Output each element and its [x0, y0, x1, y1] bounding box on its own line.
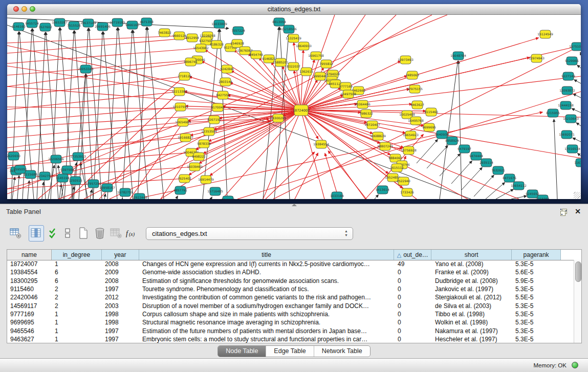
- graph-node[interactable]: 16039469: [187, 163, 203, 171]
- graph-node[interactable]: 16782759: [117, 188, 133, 196]
- graph-node[interactable]: 19654923: [403, 131, 419, 139]
- graph-node[interactable]: 1649576: [221, 196, 235, 199]
- graph-edge[interactable]: [48, 165, 54, 199]
- graph-edge[interactable]: [375, 195, 378, 199]
- scrollbar-thumb[interactable]: [575, 261, 581, 282]
- graph-node[interactable]: 17016534: [564, 145, 580, 153]
- table-rows-icon[interactable]: [60, 225, 76, 242]
- graph-node[interactable]: 9455724: [25, 19, 39, 28]
- graph-edge[interactable]: [231, 71, 301, 110]
- graph-edge[interactable]: [282, 66, 301, 110]
- graph-node[interactable]: 7515526: [67, 21, 81, 30]
- graph-node[interactable]: 9170041: [211, 103, 225, 112]
- graph-edge[interactable]: [7, 110, 301, 148]
- column-edit-icon[interactable]: [29, 225, 44, 242]
- graph-edge[interactable]: [440, 61, 458, 199]
- graph-node[interactable]: 10654112: [511, 182, 527, 190]
- new-table-icon[interactable]: [76, 225, 91, 242]
- graph-node[interactable]: 12353594: [201, 127, 217, 136]
- column-header-title[interactable]: title: [139, 250, 395, 260]
- graph-edge[interactable]: [103, 32, 117, 199]
- graph-edge[interactable]: [573, 94, 581, 98]
- graph-node[interactable]: 12923448: [132, 193, 147, 199]
- graph-node[interactable]: 7632621: [491, 166, 505, 174]
- graph-node[interactable]: 20053346: [78, 65, 94, 73]
- table-row[interactable]: 1938455462009Genome-wide association stu…: [7, 268, 574, 276]
- graph-node[interactable]: 15124549: [537, 30, 553, 38]
- graph-node[interactable]: 18807249: [377, 142, 393, 150]
- graph-edge[interactable]: [573, 138, 581, 142]
- graph-node[interactable]: 15716485: [207, 187, 223, 195]
- graph-node[interactable]: 20691406: [95, 23, 111, 31]
- graph-node[interactable]: 15751074: [569, 42, 581, 51]
- graph-node[interactable]: 8322037: [287, 62, 300, 71]
- network-window-titlebar[interactable]: citations_edges.txt: [7, 4, 581, 15]
- graph-node[interactable]: 10719185: [110, 18, 125, 27]
- graph-edge[interactable]: [17, 176, 19, 199]
- graph-node[interactable]: 16961758: [308, 52, 324, 60]
- graph-edge[interactable]: [133, 30, 148, 199]
- graph-node[interactable]: 8454749: [249, 51, 263, 59]
- graph-node[interactable]: 9857791: [173, 186, 187, 194]
- graph-edge[interactable]: [554, 119, 557, 199]
- graph-node[interactable]: 15692071: [559, 130, 575, 139]
- graph-node[interactable]: 9146160: [12, 23, 26, 31]
- graph-node[interactable]: 10654985: [175, 118, 191, 126]
- graph-node[interactable]: 12974943: [529, 54, 545, 62]
- graph-edge[interactable]: [176, 196, 178, 199]
- graph-node[interactable]: 9699695: [422, 123, 436, 132]
- graph-node[interactable]: 10756928: [401, 146, 417, 155]
- table-row[interactable]: 1872400712008Changes of HCN gene express…: [7, 260, 574, 268]
- graph-node[interactable]: 1250515: [69, 177, 82, 185]
- column-header-in_degree[interactable]: in_degree: [52, 250, 102, 260]
- graph-edge[interactable]: [90, 190, 92, 199]
- graph-node[interactable]: 9463627: [410, 101, 424, 109]
- tab-network-table[interactable]: Network Table: [314, 346, 370, 357]
- graph-edge[interactable]: [301, 110, 324, 199]
- graph-node[interactable]: 1527602: [38, 23, 52, 31]
- graph-node[interactable]: 10958167: [99, 184, 115, 192]
- graph-node[interactable]: 8186328: [210, 40, 224, 49]
- graph-node[interactable]: 9466160: [125, 21, 139, 29]
- row-select-icon[interactable]: [46, 225, 61, 242]
- table-row[interactable]: 911546021997Tourette syndrome. Phenomeno…: [7, 285, 574, 293]
- table-selector-dropdown[interactable]: citations_edges.txt ▲▼: [146, 227, 353, 240]
- graph-node[interactable]: 12213383: [171, 87, 187, 96]
- column-header-year[interactable]: year: [102, 250, 139, 260]
- graph-node[interactable]: 10107553: [172, 103, 188, 111]
- graph-node[interactable]: 9227149: [561, 72, 575, 80]
- graph-edge[interactable]: [577, 65, 581, 68]
- graph-node[interactable]: 7955812: [319, 60, 333, 68]
- graph-edge[interactable]: [576, 123, 581, 126]
- graph-node[interactable]: 9777169: [339, 82, 353, 91]
- graph-node[interactable]: 8267150: [207, 116, 221, 124]
- graph-node[interactable]: 8215955: [546, 109, 560, 117]
- table-row[interactable]: 1456911722003Disruption of a novel membe…: [7, 301, 574, 310]
- graph-edge[interactable]: [104, 194, 105, 199]
- graph-edge[interactable]: [7, 122, 183, 138]
- graph-edge[interactable]: [122, 198, 123, 199]
- graph-edge[interactable]: [7, 107, 181, 122]
- tab-edge-table[interactable]: Edge Table: [266, 346, 313, 357]
- graph-edge[interactable]: [211, 197, 212, 199]
- graph-node[interactable]: 8912954: [185, 34, 199, 42]
- graph-edge[interactable]: [7, 92, 180, 110]
- graph-edge[interactable]: [147, 27, 164, 199]
- graph-node[interactable]: 1733426: [400, 188, 414, 196]
- table-row[interactable]: 946362711997Embryonic stem cells: a mode…: [7, 335, 574, 343]
- graph-node[interactable]: 1167533: [574, 159, 581, 167]
- graph-edge[interactable]: [486, 183, 505, 199]
- network-graph-svg[interactable]: 9146160945572415276021065328775155262063…: [7, 15, 581, 199]
- graph-node[interactable]: 1615112: [390, 164, 404, 172]
- graph-node[interactable]: 9129966: [565, 57, 579, 65]
- vertical-scrollbar[interactable]: [574, 260, 581, 343]
- column-header-short[interactable]: short: [431, 250, 512, 260]
- graph-node[interactable]: 1362615: [299, 68, 313, 76]
- graph-node[interactable]: 18720407: [364, 121, 380, 129]
- network-canvas[interactable]: 9146160945572415276021065328775155262063…: [7, 15, 581, 199]
- graph-node[interactable]: 9896741: [184, 58, 198, 66]
- graph-node[interactable]: 1145194: [56, 174, 70, 182]
- graph-node[interactable]: 9215955: [536, 195, 550, 199]
- table-row[interactable]: 969969511998Structural magnetic resonanc…: [7, 318, 574, 326]
- float-panel-icon[interactable]: [560, 209, 567, 215]
